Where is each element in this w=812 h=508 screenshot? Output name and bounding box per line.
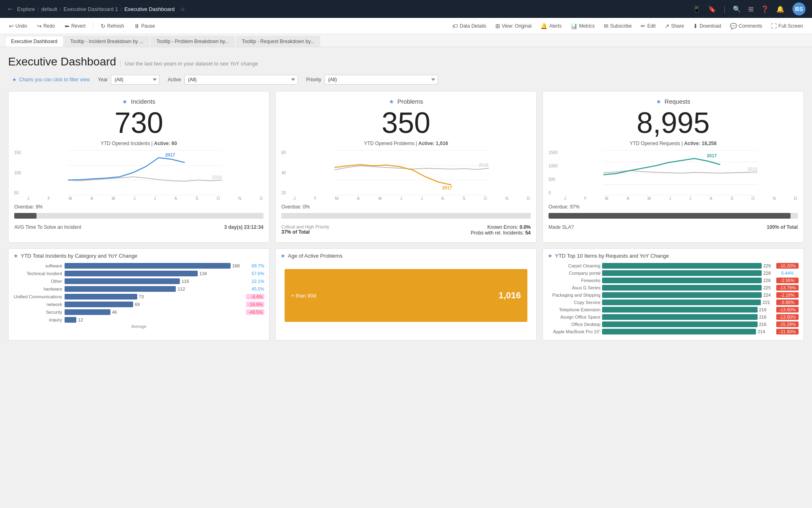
avatar[interactable]: BS (793, 2, 806, 15)
metrics-button[interactable]: 📊 Metrics (566, 21, 599, 31)
top10-bar-fill (602, 300, 761, 305)
pause-button[interactable]: ⏸ Pause (130, 21, 159, 31)
bar-change: 45.5% (246, 287, 264, 291)
problems-subtitle: YTD Opened Problems | Active: 1,016 (281, 141, 531, 146)
tab-problem-breakdown[interactable]: Tooltip - Problem Breakdown by... (150, 36, 235, 47)
top10-bar-fill (602, 263, 762, 269)
age-bar: + than 90d 1,016 (285, 269, 527, 322)
top10-row: Office Desktop 216 -15.29% (548, 321, 799, 327)
top10-bar-track: 214 (602, 329, 775, 334)
top10-bar-track: 216 (602, 321, 775, 327)
comments-button[interactable]: 💬 Comments (726, 21, 766, 31)
top10-bar-fill (602, 270, 762, 276)
top10-bar-track: 228 (602, 270, 775, 276)
incidents-active-label: Active: 60 (154, 141, 177, 146)
top10-bar-track: 225 (602, 285, 775, 291)
search-icon[interactable]: 🔍 (733, 5, 741, 13)
bar-fill (65, 309, 110, 315)
undo-icon: ↩ (9, 23, 14, 29)
help-icon[interactable]: ❓ (761, 5, 769, 13)
alerts-button[interactable]: 🔔 Alerts (536, 21, 566, 31)
share-button[interactable]: ↗ Share (661, 21, 688, 31)
view-original-button[interactable]: ⊞ View: Original (491, 21, 536, 31)
breadcrumb-default[interactable]: default (41, 6, 57, 12)
star-icon[interactable]: ☆ (180, 6, 185, 12)
top10-bar-track: 224 (602, 292, 775, 298)
age-problems-title: ★ Age of Active Problems (281, 253, 531, 259)
subscribe-button[interactable]: ✉ Subscribe (600, 21, 636, 31)
breadcrumb-sep2: / (60, 6, 61, 12)
undo-button[interactable]: ↩ Undo (5, 21, 31, 31)
incidents-progress (14, 213, 263, 219)
incidents-by-category-title: ★ YTD Total Incidents by Category and Yo… (13, 253, 264, 259)
edit-button[interactable]: ✏ Edit (637, 21, 660, 31)
tab-executive-dashboard[interactable]: Executive Dashboard (5, 36, 63, 47)
problems-known-errors: Known Errors: 0.0% Probs with rel. Incid… (471, 224, 531, 236)
incidents-header: ★ Incidents (14, 98, 263, 105)
filter-star-icon: ★ (12, 77, 17, 82)
incidents-bar-row: software 168 69.7% (13, 263, 264, 269)
top10-item-change: -9.80% (776, 300, 799, 305)
data-details-button[interactable]: 🏷 Data Details (448, 21, 490, 31)
top10-item-value: 216 (759, 315, 771, 319)
bell-icon[interactable]: 🔔 (776, 5, 784, 13)
top10-item-label: Asus G Series (548, 285, 600, 290)
age-problems-star-icon: ★ (281, 253, 285, 259)
top10-item-label: Packaging and Shipping (548, 293, 600, 297)
tab-bar: Executive Dashboard Tooltip - Incident B… (0, 34, 812, 47)
top10-card[interactable]: ★ YTD Top 10 Items by Requests and YoY C… (542, 248, 804, 341)
grid-icon[interactable]: ⊞ (748, 5, 754, 13)
breadcrumb-dashboard1[interactable]: Executive Dashboard 1 (63, 6, 118, 12)
top10-item-change: -15.29% (776, 321, 799, 327)
incidents-subtitle: YTD Opened Incidents | Active: 60 (14, 141, 263, 146)
year-select[interactable]: (All) (111, 75, 160, 85)
incidents-progress-fill (14, 213, 37, 219)
problems-critical: Critical and High Priority 37% of Total (281, 224, 329, 236)
top10-item-label: Office Desktop (548, 322, 600, 327)
priority-label: Priority (306, 77, 321, 82)
redo-button[interactable]: ↪ Redo (33, 21, 59, 31)
priority-select[interactable]: (All) (324, 75, 438, 85)
incidents-y-labels: 150 100 50 (14, 150, 26, 195)
redo-icon: ↪ (37, 23, 42, 29)
svg-text:2016: 2016 (747, 167, 757, 172)
requests-card[interactable]: ★ Requests 8,995 YTD Opened Requests | A… (542, 91, 804, 243)
bookmark-icon[interactable]: 🔖 (708, 5, 716, 13)
bar-track: 73 (65, 294, 244, 300)
top10-bar-fill (602, 314, 758, 320)
fullscreen-button[interactable]: ⛶ Full Screen (767, 21, 807, 31)
bar-label: Technical Incident (13, 271, 62, 276)
incidents-by-category-card[interactable]: ★ YTD Total Incidents by Category and Yo… (8, 248, 270, 341)
dashboard-subtitle: Use the last two years in your dataset t… (120, 61, 258, 67)
comments-icon: 💬 (730, 23, 737, 29)
top10-item-label: Copy Service (548, 300, 600, 305)
age-bar-label: + than 90d (291, 293, 316, 299)
refresh-button[interactable]: ↻ Refresh (97, 21, 128, 31)
top10-bar-track: 221 (602, 300, 775, 305)
top10-item-label: Telephone Extension (548, 307, 600, 312)
back-button[interactable]: ← (6, 5, 14, 13)
problems-chart-svg: 2017 2016 (293, 150, 531, 195)
revert-button[interactable]: ⬅ Revert (60, 21, 89, 31)
requests-header: ★ Requests (549, 98, 798, 105)
incidents-bar-row: Security 46 -49.5% (13, 309, 264, 315)
incidents-card[interactable]: ★ Incidents 730 YTD Opened Incidents | A… (8, 91, 270, 243)
metrics-icon: 📊 (570, 23, 577, 29)
tab-incident-breakdown[interactable]: Tooltip - Incident Breakdown by ... (64, 36, 149, 47)
active-select[interactable]: (All) (184, 75, 298, 85)
bar-label: Other (13, 279, 62, 284)
breadcrumb-sep3: / (121, 6, 122, 12)
problems-star-icon: ★ (389, 98, 394, 105)
bar-label: hardware (13, 287, 62, 291)
bar-value: 168 (232, 263, 244, 268)
requests-sla-label: Made SLA? (549, 224, 574, 230)
top10-item-change: -13.60% (776, 314, 799, 320)
mobile-icon[interactable]: 📱 (693, 5, 701, 13)
tab-request-breakdown[interactable]: Tooltip - Request Breakdown by... (236, 36, 321, 47)
age-problems-card[interactable]: ★ Age of Active Problems + than 90d 1,01… (275, 248, 537, 341)
bottom-grid: ★ YTD Total Incidents by Category and Yo… (8, 248, 804, 349)
incidents-bar-row: Unified Communications 73 -6.4% (13, 294, 264, 300)
problems-card[interactable]: ★ Problems 350 YTD Opened Problems | Act… (275, 91, 537, 243)
download-button[interactable]: ⬇ Download (689, 21, 725, 31)
breadcrumb-explore[interactable]: Explore (17, 6, 35, 12)
